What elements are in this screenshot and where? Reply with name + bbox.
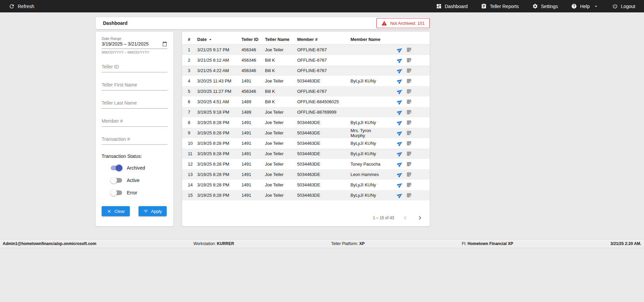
teller-last-name-field: [102, 100, 167, 109]
date-range-input[interactable]: [102, 41, 162, 47]
table-row[interactable]: 13 3/19/25 8:28 PM 1491 Joe Teller 50344…: [182, 169, 430, 180]
toggle-archived-switch[interactable]: [110, 165, 122, 171]
note-icon[interactable]: [406, 130, 412, 136]
note-icon[interactable]: [406, 161, 412, 167]
member-number-input[interactable]: [102, 118, 167, 124]
send-icon[interactable]: [397, 88, 403, 94]
note-icon[interactable]: [406, 47, 412, 53]
cell-row-number: 10: [188, 141, 197, 146]
nav-teller-reports[interactable]: Teller Reports: [481, 3, 519, 9]
cell-member-name: ByLyJI KUNy: [351, 151, 385, 156]
cell-date: 3/19/25 8:28 PM: [197, 193, 241, 198]
note-icon[interactable]: [406, 57, 412, 63]
send-icon[interactable]: [397, 130, 403, 136]
toggle-active[interactable]: Active: [110, 177, 167, 184]
send-icon[interactable]: [397, 161, 403, 167]
cell-teller-id: 456346: [241, 89, 265, 94]
cell-row-number: 3: [188, 68, 197, 73]
teller-last-name-input[interactable]: [102, 100, 167, 106]
dashboard-icon: [436, 3, 442, 9]
cell-teller-name: Joe Teller: [265, 47, 297, 52]
send-icon[interactable]: [397, 140, 403, 146]
table-body: 1 3/21/25 9:17 PM 456346 Joe Teller OFFL…: [182, 45, 430, 200]
cell-member-number: 5034463DE: [297, 141, 351, 146]
send-icon[interactable]: [397, 99, 403, 105]
table-row[interactable]: 5 3/20/25 11:27 PM 456346 Bill K OFFLINE…: [182, 86, 430, 97]
send-icon[interactable]: [397, 151, 403, 157]
teller-first-name-input[interactable]: [102, 82, 167, 87]
apply-button[interactable]: Apply: [139, 206, 167, 216]
table-row[interactable]: 14 3/19/25 8:28 PM 1491 Joe Teller 50344…: [182, 180, 430, 190]
warning-icon: [381, 20, 387, 26]
note-icon[interactable]: [406, 140, 412, 146]
send-icon[interactable]: [397, 182, 403, 188]
nav-help[interactable]: Help: [571, 3, 599, 9]
send-icon[interactable]: [397, 109, 403, 115]
refresh-button[interactable]: Refresh: [9, 3, 34, 9]
previous-page-button[interactable]: [401, 214, 409, 222]
note-icon[interactable]: [406, 120, 412, 125]
send-icon[interactable]: [397, 172, 403, 177]
nav-logout[interactable]: Logout: [612, 3, 635, 9]
not-archived-badge[interactable]: Not Archived: 101: [376, 18, 430, 28]
toggle-archived[interactable]: Archived: [110, 165, 167, 171]
table-row[interactable]: 6 3/20/25 4:51 AM 1489 Bill K OFFLINE-68…: [182, 97, 430, 107]
footer-fi: FI: Hometown Financial XP: [462, 241, 513, 246]
clear-button[interactable]: Clear: [102, 206, 130, 216]
status-footer: Admin1@hometownfinancialxp.onmicrosoft.c…: [0, 239, 644, 248]
cell-date: 3/19/25 8:28 PM: [197, 172, 241, 177]
note-icon[interactable]: [406, 88, 412, 94]
cell-teller-name: Bill K: [265, 99, 297, 104]
logout-power-icon: [612, 3, 618, 9]
nav-settings-label: Settings: [541, 4, 558, 9]
cell-date: 3/20/25 4:51 AM: [197, 99, 241, 104]
cell-member-number: 5034463DE: [297, 130, 351, 135]
cell-teller-id: 1491: [241, 151, 265, 156]
cell-member-number: OFFLINE-6767: [297, 68, 351, 73]
next-page-button[interactable]: [416, 214, 424, 222]
send-icon[interactable]: [397, 120, 403, 125]
table-row[interactable]: 15 3/19/25 8:28 PM 1491 Joe Teller 50344…: [182, 190, 430, 200]
cell-date: 3/21/25 9:17 PM: [197, 47, 241, 52]
table-row[interactable]: 11 3/19/25 8:28 PM 1491 Joe Teller 50344…: [182, 148, 430, 159]
note-icon[interactable]: [406, 172, 412, 177]
nav-dashboard[interactable]: Dashboard: [436, 3, 468, 9]
table-row[interactable]: 7 3/19/25 9:18 PM 1489 Joe Teller OFFLIN…: [182, 107, 430, 117]
table-row[interactable]: 8 3/19/25 8:28 PM 1491 Joe Teller 503446…: [182, 117, 430, 128]
cell-date: 3/19/25 8:28 PM: [197, 182, 241, 187]
note-icon[interactable]: [406, 68, 412, 73]
table-row[interactable]: 2 3/21/25 8:12 AM 456346 Bill K OFFLINE-…: [182, 55, 430, 65]
table-row[interactable]: 4 3/20/25 11:43 PM 1491 Joe Teller 50344…: [182, 76, 430, 86]
table-row[interactable]: 10 3/19/25 8:28 PM 1491 Joe Teller 50344…: [182, 138, 430, 148]
send-icon[interactable]: [397, 47, 403, 53]
note-icon[interactable]: [406, 151, 412, 157]
table-row[interactable]: 9 3/19/25 8:28 PM 1491 Joe Teller 503446…: [182, 128, 430, 138]
clear-button-label: Clear: [114, 209, 125, 214]
cell-member-name: ByLyJI KUNy: [351, 120, 385, 125]
note-icon[interactable]: [406, 78, 412, 84]
note-icon[interactable]: [406, 99, 412, 105]
nav-settings[interactable]: Settings: [532, 3, 558, 9]
note-icon[interactable]: [406, 182, 412, 188]
transaction-number-input[interactable]: [102, 136, 167, 142]
send-icon[interactable]: [397, 68, 403, 73]
teller-id-input[interactable]: [102, 64, 167, 69]
column-header-date[interactable]: Date: [197, 37, 241, 42]
cell-member-name: Toney Pacocha: [351, 162, 385, 167]
table-row[interactable]: 3 3/21/25 4:22 AM 456346 Bill K OFFLINE-…: [182, 65, 430, 76]
toggle-error[interactable]: Error: [110, 189, 167, 196]
send-icon[interactable]: [397, 78, 403, 84]
table-row[interactable]: 12 3/19/25 8:28 PM 1491 Joe Teller 50344…: [182, 159, 430, 169]
calendar-icon[interactable]: [162, 41, 167, 47]
note-icon[interactable]: [406, 192, 412, 198]
refresh-label: Refresh: [18, 4, 34, 9]
send-icon[interactable]: [397, 57, 403, 63]
toggle-error-switch[interactable]: [110, 189, 122, 196]
table-row[interactable]: 1 3/21/25 9:17 PM 456346 Joe Teller OFFL…: [182, 45, 430, 55]
cell-member-number: OFFLINE-6767: [297, 47, 351, 52]
note-icon[interactable]: [406, 109, 412, 115]
filter-icon: [143, 209, 148, 214]
cell-row-number: 15: [188, 193, 197, 198]
send-icon[interactable]: [397, 192, 403, 198]
toggle-active-switch[interactable]: [110, 177, 122, 184]
